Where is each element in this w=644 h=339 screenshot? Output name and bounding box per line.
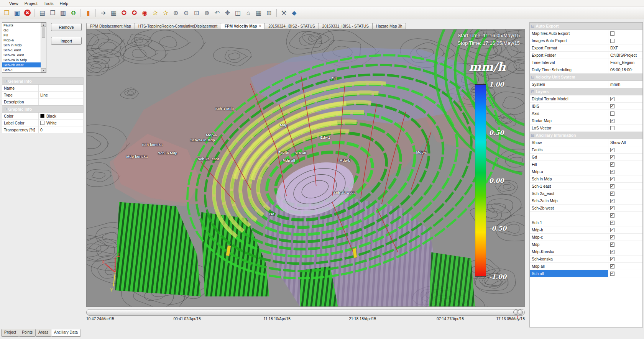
ancillary-row[interactable] <box>530 212 642 219</box>
list-item[interactable]: Sch-1 east <box>2 47 41 52</box>
setting-value[interactable]: DXF <box>608 46 642 50</box>
layers-header[interactable]: ⊟ Layers <box>530 88 642 95</box>
ancillary-row[interactable]: Sch-konska <box>530 255 642 263</box>
ancillary-value[interactable] <box>608 235 642 239</box>
locate-icon[interactable]: ◉ <box>140 8 150 18</box>
refresh-icon[interactable]: ♻ <box>68 8 79 18</box>
checkbox[interactable] <box>610 170 614 174</box>
velocity-map[interactable]: XZY Start Time: 11:16 05/May/15 Stop Tim… <box>86 29 525 307</box>
ancillary-value[interactable]: Show All <box>608 140 642 145</box>
ancillary-row[interactable]: Mdp-Konska <box>530 248 642 255</box>
checkbox[interactable] <box>610 31 614 36</box>
panel-tab[interactable]: Ancillary Data <box>51 329 81 337</box>
pin-icon[interactable]: ✪ <box>119 8 129 18</box>
property-value[interactable]: Black <box>39 114 83 118</box>
property-row[interactable]: Label Color White <box>2 120 84 126</box>
collapse-icon[interactable]: ⊟ <box>531 90 534 94</box>
ancillary-value[interactable] <box>608 192 642 196</box>
document-tab[interactable]: FPM Velocity Map × <box>221 23 265 29</box>
ancillary-value[interactable] <box>608 184 642 188</box>
document-tab[interactable]: 20150324_IBIS2 - STATUS × <box>264 23 319 29</box>
checkbox[interactable] <box>610 206 614 210</box>
info-icon[interactable]: ◆ <box>289 8 299 18</box>
property-value[interactable]: Line <box>39 93 83 97</box>
toolbar-icon[interactable] <box>34 9 35 17</box>
ancillary-row[interactable]: Show Show All <box>530 139 642 146</box>
ancillary-value[interactable] <box>608 199 642 203</box>
layer-row[interactable]: IBIS <box>530 103 642 110</box>
ancillary-value[interactable] <box>608 221 642 225</box>
ancillary-value[interactable] <box>608 250 642 254</box>
ancillary-value[interactable] <box>608 228 642 232</box>
setting-row[interactable]: Time Interval From_Beginn <box>530 59 642 66</box>
site-icon[interactable]: ⌂ <box>243 8 253 18</box>
checkbox[interactable] <box>610 104 614 108</box>
setting-value[interactable] <box>608 31 642 36</box>
table-icon[interactable]: ⊞ <box>264 8 274 18</box>
property-row[interactable]: Color Black <box>2 113 84 120</box>
scroll-down-icon[interactable] <box>41 68 46 72</box>
setting-row[interactable]: Export Folder C:\IBIS\Project <box>530 52 642 59</box>
collapse-icon[interactable]: ⊟ <box>531 24 534 28</box>
checkbox[interactable] <box>610 111 614 116</box>
ancillary-value[interactable] <box>608 264 642 269</box>
checkbox[interactable] <box>610 97 614 101</box>
toolbar-icon[interactable] <box>95 9 96 17</box>
chart-icon[interactable]: ◫ <box>233 8 243 18</box>
collapse-icon[interactable]: ⊟ <box>3 79 7 83</box>
checkbox[interactable] <box>610 184 614 188</box>
ancillary-row[interactable]: Sch-1 <box>530 219 642 226</box>
toolbar-icon[interactable] <box>80 9 81 17</box>
toolbar-icon[interactable] <box>276 9 277 17</box>
zoom-fit-icon[interactable]: ⊛ <box>202 8 212 18</box>
ancillary-row[interactable]: Sch-2a_east <box>530 190 642 197</box>
ancillary-row[interactable]: Mdp-a <box>530 168 642 175</box>
ancillary-info-header[interactable]: ⊟ Ancillary Information <box>530 132 642 139</box>
checkbox[interactable] <box>610 177 614 181</box>
undo-icon[interactable]: ↶ <box>212 8 222 18</box>
property-row[interactable]: Type Line <box>2 92 84 98</box>
layer-row[interactable]: Axis <box>530 110 642 117</box>
collapse-icon[interactable]: ⊟ <box>531 75 534 79</box>
checkbox[interactable] <box>610 126 614 130</box>
ancillary-row[interactable]: Sch-2a in Mdp <box>530 197 642 205</box>
ancillary-value[interactable] <box>608 148 642 152</box>
paste-icon[interactable]: ▥ <box>58 8 68 18</box>
timeline-slider[interactable] <box>86 309 525 316</box>
timeline-handle[interactable] <box>514 310 523 315</box>
zoom-extent-icon[interactable]: ⊡ <box>191 8 202 18</box>
checkbox[interactable] <box>610 272 614 276</box>
ancillary-value[interactable] <box>608 257 642 261</box>
list-scrollbar[interactable] <box>41 23 46 72</box>
setting-value[interactable]: C:\IBIS\Project <box>608 53 642 57</box>
layer-value[interactable] <box>608 126 642 130</box>
ancillary-row[interactable]: Sch-1 east <box>530 183 642 190</box>
checkbox[interactable] <box>610 228 614 232</box>
layer-row[interactable]: Digital Terrain Model <box>530 95 642 103</box>
setting-row[interactable]: Images Auto Export <box>530 37 642 44</box>
menu-item[interactable]: Help <box>57 1 72 6</box>
scroll-up-icon[interactable] <box>41 23 46 27</box>
property-row[interactable]: Description <box>2 98 84 105</box>
layer-value[interactable] <box>608 119 642 123</box>
checkbox[interactable] <box>610 264 614 269</box>
checkbox[interactable] <box>610 119 614 123</box>
menu-item[interactable]: Project <box>21 1 41 6</box>
calendar-icon[interactable]: ▦ <box>253 8 264 18</box>
checkbox[interactable] <box>610 221 614 225</box>
property-value[interactable]: White <box>39 121 83 125</box>
document-tab[interactable]: Hazard Map 3h × <box>372 23 406 29</box>
list-item[interactable]: Faults <box>2 23 41 28</box>
property-row[interactable]: Transparency [%] 0 <box>2 126 84 133</box>
zoom-out-icon[interactable]: ⊖ <box>181 8 191 18</box>
ancillary-row[interactable]: Sch all <box>530 270 642 277</box>
list-item[interactable]: Mdp-a <box>2 38 41 43</box>
collapse-icon[interactable]: ⊟ <box>531 133 534 138</box>
export-image-icon[interactable]: ▦ <box>108 8 119 18</box>
checkbox[interactable] <box>610 242 614 247</box>
open-folder-icon[interactable]: ❒ <box>2 8 12 18</box>
ancillary-row[interactable]: Mdp <box>530 241 642 248</box>
export-map-icon[interactable]: ➔ <box>98 8 108 18</box>
checkbox[interactable] <box>610 162 614 167</box>
setting-row[interactable]: Export Format DXF <box>530 44 642 52</box>
